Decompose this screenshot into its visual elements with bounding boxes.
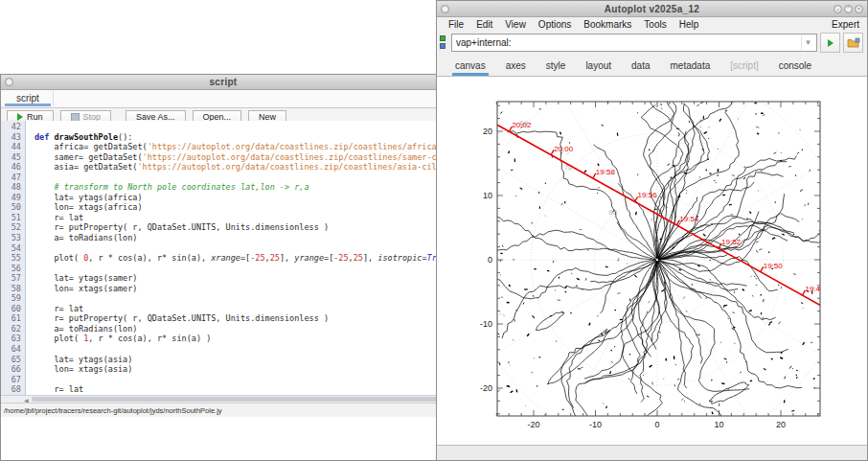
time-label: 20:00 bbox=[554, 145, 574, 153]
open-file-button[interactable] bbox=[843, 33, 863, 53]
plot-canvas[interactable]: 807060-20-1001020-20-100102020:0220:0019… bbox=[437, 77, 867, 447]
tab-underline bbox=[452, 73, 489, 76]
code-line: asia= getDataSet('https://autoplot.org/d… bbox=[34, 162, 445, 173]
menu-view[interactable]: View bbox=[505, 19, 526, 30]
svg-text:20: 20 bbox=[483, 127, 492, 136]
script-window-titlebar[interactable]: script bbox=[1, 75, 445, 90]
uri-value: vap+internal: bbox=[456, 37, 512, 48]
time-label: 19:54 bbox=[679, 215, 699, 223]
code-line: r= lat bbox=[34, 384, 445, 395]
code-line: lon= xtags(asia) bbox=[34, 364, 445, 375]
menu-options[interactable]: Options bbox=[538, 19, 571, 30]
minimize-button[interactable]: ⌄ bbox=[834, 5, 842, 13]
code-line: a= toRadians(lon) bbox=[34, 233, 445, 243]
autoplot-window-title: Autoplot v2025a_12 bbox=[437, 4, 867, 14]
tab-style[interactable]: style bbox=[545, 60, 567, 76]
menu-file[interactable]: File bbox=[448, 19, 464, 30]
code-text[interactable]: def drawSouthPole(): africa= getDataSet(… bbox=[27, 121, 445, 395]
code-line bbox=[34, 122, 445, 132]
run-play-icon bbox=[17, 113, 23, 121]
svg-text:0: 0 bbox=[654, 420, 659, 429]
svg-text:-10: -10 bbox=[480, 319, 492, 329]
code-line bbox=[34, 173, 445, 183]
close-button[interactable]: × bbox=[855, 5, 863, 13]
code-line: r= lat bbox=[34, 304, 445, 314]
code-line: lon= xtags(samer) bbox=[34, 284, 445, 294]
tab-axes[interactable]: axes bbox=[505, 60, 527, 76]
code-line: lon= xtags(africa) bbox=[34, 202, 445, 213]
script-window-title: script bbox=[1, 77, 445, 87]
tab-canvas[interactable]: canvas bbox=[454, 60, 487, 76]
menu-bookmarks[interactable]: Bookmarks bbox=[583, 19, 631, 30]
go-plot-button[interactable] bbox=[820, 33, 840, 53]
tab-underline bbox=[5, 104, 51, 106]
expert-mode-label[interactable]: Expert bbox=[832, 19, 859, 30]
menubar: FileEditViewOptionsBookmarksToolsHelpExp… bbox=[437, 17, 867, 31]
menu-help[interactable]: Help bbox=[679, 19, 699, 30]
time-label: 19:50 bbox=[764, 262, 784, 270]
code-line: lat= ytags(asia) bbox=[34, 355, 445, 365]
code-line: # transform to North pole coordinates la… bbox=[34, 182, 445, 193]
code-line: samer= getDataSet('https://autoplot.org/… bbox=[34, 152, 445, 163]
svg-text:0: 0 bbox=[488, 255, 492, 265]
time-label: 19:58 bbox=[596, 168, 616, 176]
script-editor-window: script script Run Stop Save As... Open..… bbox=[0, 74, 446, 461]
svg-text:-20: -20 bbox=[480, 383, 492, 393]
tab-script[interactable]: [script] bbox=[729, 60, 759, 76]
plot-svg: 807060-20-1001020-20-100102020:0220:0019… bbox=[437, 77, 868, 447]
svg-text:20: 20 bbox=[776, 420, 786, 429]
maximize-button[interactable]: ⌃ bbox=[844, 5, 853, 13]
svg-text:10: 10 bbox=[714, 420, 723, 429]
autoplot-titlebar[interactable]: Autoplot v2025a_12 ⌄ ⌃ × bbox=[437, 1, 867, 17]
file-path-statusbar: /home/jbf/project/tracers/research-git/a… bbox=[1, 403, 445, 418]
tab-data[interactable]: data bbox=[630, 60, 651, 76]
code-line bbox=[34, 375, 445, 385]
code-line: lat= ytags(samer) bbox=[34, 273, 445, 284]
code-line: r= putProperty( r, QDataSet.UNITS, Units… bbox=[34, 313, 445, 324]
svg-text:-10: -10 bbox=[589, 420, 602, 429]
code-line bbox=[34, 264, 445, 274]
tab-console[interactable]: console bbox=[778, 60, 812, 76]
code-line: def drawSouthPole(): bbox=[34, 132, 445, 143]
tab-script[interactable]: script bbox=[3, 90, 54, 106]
play-icon bbox=[828, 39, 834, 47]
code-editor[interactable]: 42 43 44 45 46 47 48 49 50 51 52 53 54 5… bbox=[1, 121, 445, 395]
autoplot-tabbar: canvasaxesstylelayoutdatametadata[script… bbox=[437, 55, 867, 77]
autoplot-statusbar bbox=[437, 445, 867, 460]
time-label: 19:48 bbox=[805, 285, 825, 293]
autoplot-window: Autoplot v2025a_12 ⌄ ⌃ × FileEditViewOpt… bbox=[436, 0, 868, 461]
script-tabbar: script bbox=[1, 90, 445, 108]
svg-text:10: 10 bbox=[483, 191, 492, 200]
tab-layout[interactable]: layout bbox=[584, 60, 612, 76]
chevron-down-icon[interactable]: ▼ bbox=[801, 35, 814, 50]
coastlines-layer bbox=[465, 77, 846, 447]
scrollbar-thumb[interactable] bbox=[32, 397, 442, 402]
time-label: 20:02 bbox=[512, 121, 532, 129]
code-line: r= lat bbox=[34, 213, 445, 223]
svg-text:-20: -20 bbox=[527, 420, 539, 429]
uri-input[interactable]: vap+internal: ▼ bbox=[451, 34, 817, 52]
time-label: 19:52 bbox=[721, 238, 742, 246]
code-line: africa= getDataSet('https://autoplot.org… bbox=[34, 142, 445, 152]
menu-edit[interactable]: Edit bbox=[476, 19, 492, 30]
code-line bbox=[34, 293, 445, 304]
folder-icon bbox=[847, 37, 860, 49]
code-line: a= toRadians(lon) bbox=[34, 324, 445, 334]
code-line: r= putProperty( r, QDataSet.UNITS, Units… bbox=[34, 222, 445, 233]
line-number-gutter: 42 43 44 45 46 47 48 49 50 51 52 53 54 5… bbox=[1, 121, 26, 395]
code-line: lat= ytags(africa) bbox=[34, 193, 445, 203]
tab-metadata[interactable]: metadata bbox=[670, 60, 712, 76]
code-line bbox=[34, 243, 445, 254]
code-line: plot( 0, r * cos(a), r* sin(a), xrange=[… bbox=[34, 253, 445, 264]
dataset-type-icon bbox=[440, 35, 448, 50]
code-line bbox=[34, 344, 445, 355]
code-line: plot( 1, r * cos(a), r* sin(a) ) bbox=[34, 334, 445, 344]
address-row: vap+internal: ▼ bbox=[437, 31, 867, 55]
time-label: 19:56 bbox=[638, 191, 658, 199]
script-window-lower-panel bbox=[1, 417, 445, 460]
menu-tools[interactable]: Tools bbox=[644, 19, 666, 30]
